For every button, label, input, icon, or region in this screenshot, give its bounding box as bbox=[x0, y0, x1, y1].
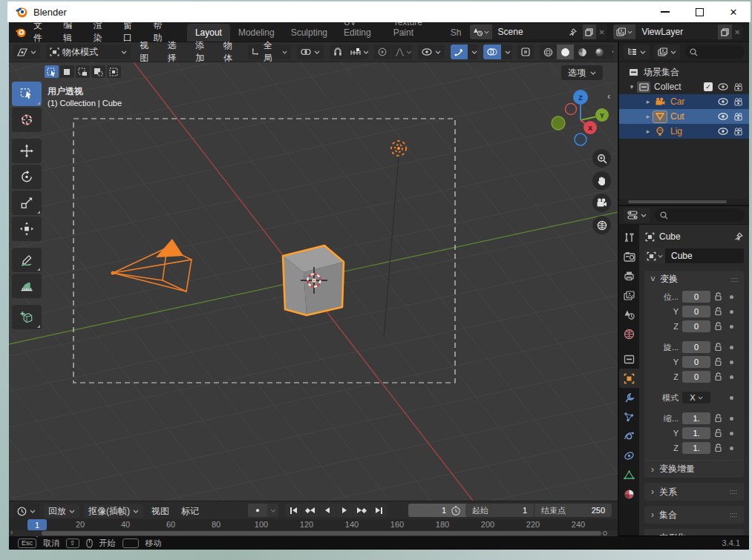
gizmo-axis-z-neg[interactable] bbox=[575, 134, 586, 145]
cube-hide-toggle[interactable] bbox=[715, 113, 730, 120]
collection-row[interactable]: ▾ Collect ✓ bbox=[619, 79, 749, 94]
scene-view[interactable] bbox=[9, 62, 618, 501]
lock-icon[interactable] bbox=[714, 372, 722, 381]
camera-disclosure[interactable]: ▸ bbox=[643, 98, 653, 105]
playback-dropdown[interactable]: 回放 bbox=[44, 504, 79, 518]
snap-toggle[interactable] bbox=[330, 45, 346, 59]
frame-end-field[interactable]: 结束点 250 bbox=[534, 504, 612, 517]
cube-render-toggle[interactable] bbox=[730, 113, 746, 121]
timeline-scrollbar[interactable] bbox=[42, 531, 601, 536]
select-mode-extend[interactable] bbox=[76, 65, 90, 78]
gizmo-axis-y-neg[interactable] bbox=[552, 116, 565, 130]
scene-collection-row[interactable]: 场景集合 bbox=[619, 65, 749, 79]
location-z-field[interactable]: 0 bbox=[682, 320, 710, 332]
collection-hide-toggle[interactable] bbox=[715, 83, 730, 90]
show-gizmo-toggle[interactable] bbox=[451, 45, 468, 59]
animate-dot[interactable] bbox=[730, 310, 733, 314]
properties-search-input[interactable] bbox=[655, 208, 745, 222]
xray-toggle[interactable] bbox=[517, 45, 534, 59]
editor-type-button[interactable] bbox=[13, 45, 40, 59]
outliner-editor-type-button[interactable] bbox=[624, 45, 650, 59]
shading-dropdown[interactable] bbox=[608, 45, 613, 59]
tool-move[interactable] bbox=[12, 139, 42, 163]
light-object[interactable] bbox=[391, 141, 406, 156]
scene-name[interactable]: Scene bbox=[492, 24, 583, 39]
animate-dot[interactable] bbox=[730, 447, 733, 450]
menu-file[interactable]: 文件 bbox=[27, 22, 56, 45]
camera-view-button[interactable] bbox=[592, 194, 611, 212]
pin-icon[interactable] bbox=[734, 232, 743, 241]
zoom-button[interactable] bbox=[592, 149, 611, 168]
orientation-dropdown[interactable]: 全局 bbox=[248, 45, 291, 59]
pivot-dropdown[interactable] bbox=[297, 45, 324, 59]
tab-shading[interactable]: Sh bbox=[442, 24, 470, 42]
light-hide-toggle[interactable] bbox=[715, 128, 730, 135]
outliner-search-input[interactable] bbox=[684, 45, 745, 59]
tab-object[interactable] bbox=[619, 369, 639, 388]
outliner-row-camera[interactable]: ▸ Car bbox=[619, 94, 749, 109]
lock-icon[interactable] bbox=[714, 343, 722, 352]
cube-disclosure[interactable]: ▸ bbox=[643, 113, 653, 120]
collections-panel[interactable]: › 集合 :::: bbox=[644, 506, 744, 524]
animate-dot[interactable] bbox=[730, 417, 733, 421]
new-scene-icon[interactable] bbox=[583, 24, 596, 39]
tab-texture-paint[interactable]: Texture Paint bbox=[385, 22, 442, 42]
tool-select-box[interactable] bbox=[12, 82, 42, 106]
unlink-scene-icon[interactable]: ✕ bbox=[596, 24, 608, 39]
tab-world[interactable] bbox=[619, 324, 639, 343]
outliner-display-mode-button[interactable] bbox=[654, 45, 680, 59]
auto-keying-dropdown[interactable] bbox=[267, 504, 278, 517]
scene-icon[interactable] bbox=[470, 24, 492, 39]
relations-panel[interactable]: › 关系 :::: bbox=[644, 483, 744, 501]
pin-icon[interactable] bbox=[569, 28, 577, 36]
falloff-dropdown[interactable] bbox=[391, 45, 411, 59]
tab-collection[interactable] bbox=[619, 349, 639, 369]
menu-render[interactable]: 渲染 bbox=[87, 22, 117, 45]
timeline-zoom-handle[interactable] bbox=[603, 531, 607, 536]
keying-dropdown[interactable]: 抠像(插帧) bbox=[84, 504, 143, 518]
auto-keying-toggle[interactable]: ● bbox=[248, 504, 267, 517]
snap-to-dropdown[interactable] bbox=[347, 45, 368, 59]
tab-object-data[interactable] bbox=[619, 465, 639, 484]
tool-scale[interactable] bbox=[12, 191, 42, 215]
tab-scene[interactable] bbox=[619, 305, 639, 324]
timeline-ruler[interactable]: 1 20406080100120140160180200220240 bbox=[9, 519, 618, 530]
gizmo-dropdown[interactable] bbox=[468, 45, 478, 59]
lock-icon[interactable] bbox=[714, 429, 722, 438]
pan-button[interactable] bbox=[592, 171, 611, 190]
tool-cursor[interactable] bbox=[12, 108, 42, 132]
animate-dot[interactable] bbox=[730, 396, 733, 400]
overlays-dropdown[interactable] bbox=[501, 45, 511, 59]
transform-panel-header[interactable]: ˅ 变换 :::: bbox=[644, 271, 744, 288]
lock-icon[interactable] bbox=[714, 322, 722, 331]
menu-edit[interactable]: 编辑 bbox=[56, 22, 86, 45]
drag-dots-icon[interactable]: :::: bbox=[730, 277, 738, 283]
timeline-editor-type-button[interactable] bbox=[13, 504, 39, 518]
viewport-options-button[interactable]: 选项 bbox=[561, 65, 603, 80]
menu-viewport-add[interactable]: 添加 bbox=[192, 39, 215, 65]
tab-uv-editing[interactable]: UV Editing bbox=[336, 22, 385, 42]
animate-dot[interactable] bbox=[730, 325, 733, 329]
tool-add-cube[interactable] bbox=[12, 305, 42, 329]
play-reverse-button[interactable] bbox=[319, 504, 336, 517]
tab-render[interactable] bbox=[619, 247, 639, 266]
collection-render-toggle[interactable] bbox=[730, 83, 746, 91]
tab-output[interactable] bbox=[619, 266, 639, 286]
proportional-editing-toggle[interactable] bbox=[374, 45, 390, 59]
gizmo-axis-x-neg[interactable] bbox=[566, 104, 577, 115]
select-mode-new[interactable] bbox=[60, 65, 74, 78]
properties-editor-type-button[interactable] bbox=[624, 208, 650, 223]
minimize-button[interactable] bbox=[648, 1, 682, 22]
scale-z-field[interactable]: 1. bbox=[682, 442, 710, 454]
animate-dot[interactable] bbox=[730, 295, 733, 299]
camera-hide-toggle[interactable] bbox=[715, 98, 730, 105]
location-y-field[interactable]: 0 bbox=[682, 306, 710, 317]
maximize-button[interactable] bbox=[682, 1, 716, 22]
shading-wireframe-button[interactable] bbox=[540, 45, 557, 59]
collection-disclosure[interactable]: ▾ bbox=[627, 83, 637, 90]
play-button[interactable] bbox=[336, 504, 353, 517]
shading-rendered-button[interactable] bbox=[591, 45, 608, 59]
tool-transform[interactable] bbox=[12, 217, 42, 241]
lock-icon[interactable] bbox=[714, 307, 722, 316]
tab-physics[interactable] bbox=[619, 426, 639, 446]
